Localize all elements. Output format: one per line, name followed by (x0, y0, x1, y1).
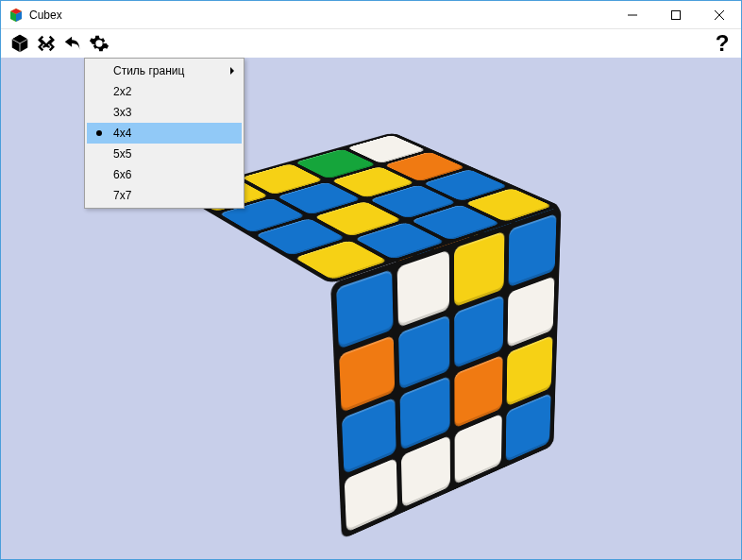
menu-item-5x5[interactable]: 5x5 (87, 144, 242, 164)
titlebar: Cubex (1, 1, 741, 29)
toolbar: ? (1, 29, 741, 58)
window-controls (611, 1, 741, 28)
menu-item-4x4[interactable]: 4x4 (87, 123, 242, 144)
menu-item-3x3[interactable]: 3x3 (87, 102, 242, 123)
menu-item-label: 4x4 (113, 127, 131, 140)
menu-item-7x7[interactable]: 7x7 (87, 185, 242, 206)
maximize-button[interactable] (654, 1, 698, 29)
help-button[interactable]: ? (709, 30, 735, 57)
selected-bullet-icon (96, 130, 102, 136)
shuffle-button[interactable] (33, 30, 59, 57)
menu-item-label: 6x6 (113, 168, 131, 181)
menu-item-2x2[interactable]: 2x2 (87, 81, 242, 102)
menu-item-label: 2x2 (113, 85, 131, 98)
menu-item-label: 3x3 (113, 106, 131, 119)
cube-button[interactable] (7, 30, 33, 57)
svg-rect-5 (672, 11, 681, 20)
minimize-button[interactable] (611, 1, 654, 29)
settings-menu: Стиль границ 2x2 3x3 4x4 5x5 6x6 7x7 (84, 58, 245, 209)
menu-item-label: Стиль границ (113, 64, 184, 77)
canvas[interactable]: Стиль границ 2x2 3x3 4x4 5x5 6x6 7x7 (1, 58, 741, 559)
close-button[interactable] (698, 1, 741, 29)
window-title: Cubex (29, 8, 62, 22)
cube-tile[interactable] (396, 249, 449, 327)
menu-item-6x6[interactable]: 6x6 (87, 164, 242, 185)
cube-tile[interactable] (508, 213, 556, 287)
submenu-arrow-icon (230, 67, 234, 75)
help-icon: ? (716, 30, 730, 57)
app-icon (8, 8, 24, 23)
menu-item-label: 5x5 (113, 147, 131, 161)
undo-button[interactable] (59, 30, 86, 57)
menu-item-border-style[interactable]: Стиль границ (87, 60, 242, 81)
menu-item-label: 7x7 (113, 189, 131, 202)
cube-tile[interactable] (454, 231, 504, 307)
settings-button[interactable] (86, 30, 112, 57)
cube-tile[interactable] (336, 269, 393, 348)
